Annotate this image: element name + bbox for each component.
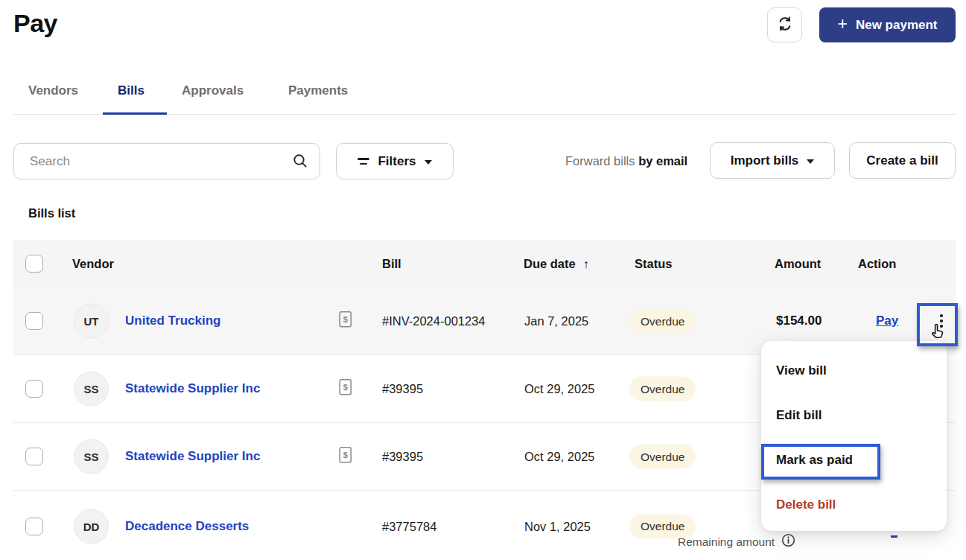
vendor-avatar: SS xyxy=(74,372,109,407)
tab-approvals[interactable]: Approvals xyxy=(182,83,244,98)
plus-icon: + xyxy=(837,16,847,33)
filters-button[interactable]: Filters xyxy=(336,143,454,179)
column-header-status: Status xyxy=(635,257,672,271)
row-checkbox[interactable] xyxy=(25,312,43,330)
filters-label: Filters xyxy=(378,154,416,169)
column-header-bill: Bill xyxy=(382,257,401,271)
forward-bills-prefix: Forward bills xyxy=(565,154,635,168)
chevron-down-icon xyxy=(425,160,432,165)
page-title: Pay xyxy=(13,9,57,38)
create-bill-label: Create a bill xyxy=(866,153,938,168)
row-checkbox[interactable] xyxy=(25,518,43,535)
sort-ascending-icon: ↑ xyxy=(583,258,589,270)
bill-number: #39395 xyxy=(382,382,423,396)
status-badge: Overdue xyxy=(629,445,696,469)
svg-text:$: $ xyxy=(343,315,348,324)
search-input[interactable] xyxy=(13,143,320,179)
column-header-vendor: Vendor xyxy=(72,257,114,271)
filter-icon xyxy=(358,158,369,165)
tab-vendors[interactable]: Vendors xyxy=(28,83,78,98)
bill-number: #39395 xyxy=(382,450,423,464)
vendor-name-link[interactable]: Statewide Supplier Inc xyxy=(125,381,260,396)
select-all-checkbox[interactable] xyxy=(25,255,43,273)
vendor-name-link[interactable]: Decadence Desserts xyxy=(125,519,249,534)
tab-payments[interactable]: Payments xyxy=(288,83,348,98)
column-header-amount: Amount xyxy=(775,257,821,271)
vendor-name-link[interactable]: Statewide Supplier Inc xyxy=(125,449,260,464)
column-header-action: Action xyxy=(858,257,896,271)
new-payment-label: New payment xyxy=(856,18,938,33)
hidden-pay-link-fragment xyxy=(891,535,897,538)
row-checkbox[interactable] xyxy=(25,448,43,465)
row-checkbox[interactable] xyxy=(25,380,43,398)
bills-list-title: Bills list xyxy=(28,206,75,220)
remaining-amount-label: Remaining amount xyxy=(678,535,775,549)
pay-link[interactable]: Pay xyxy=(876,314,898,328)
menu-item-mark-as-paid[interactable]: Mark as paid xyxy=(761,438,947,483)
pay-page: Pay + New payment Vendors Bills Approval… xyxy=(0,0,966,560)
bill-number: #3775784 xyxy=(382,519,436,533)
tab-bills[interactable]: Bills xyxy=(118,83,144,98)
menu-item-edit-bill[interactable]: Edit bill xyxy=(761,393,947,438)
bill-number: #INV-2024-001234 xyxy=(382,314,486,328)
search-icon xyxy=(292,153,308,172)
bill-document-icon: $ xyxy=(339,379,352,399)
hand-cursor-icon xyxy=(930,322,947,344)
vendor-name-link[interactable]: United Trucking xyxy=(125,314,220,328)
due-date: Jan 7, 2025 xyxy=(524,314,588,328)
menu-item-view-bill[interactable]: View bill xyxy=(761,349,947,393)
refresh-icon xyxy=(776,15,794,35)
menu-item-delete-bill[interactable]: Delete bill xyxy=(761,483,947,527)
refresh-button[interactable] xyxy=(767,7,802,42)
due-date: Oct 29, 2025 xyxy=(524,382,594,396)
status-badge: Overdue xyxy=(629,377,696,401)
bill-document-icon: $ xyxy=(339,311,352,331)
new-payment-button[interactable]: + New payment xyxy=(819,7,956,42)
forward-bills-note: Forward bills by email xyxy=(565,154,687,168)
vendor-avatar: DD xyxy=(74,509,109,544)
svg-text:$: $ xyxy=(343,383,348,392)
bill-document-icon: $ xyxy=(339,447,352,467)
due-date: Nov 1, 2025 xyxy=(524,519,591,533)
import-bills-button[interactable]: Import bills xyxy=(710,142,835,179)
active-tab-underline xyxy=(103,112,167,115)
search-box xyxy=(13,143,320,179)
vendor-avatar: UT xyxy=(74,304,109,339)
info-icon[interactable] xyxy=(781,533,795,550)
due-date-label: Due date xyxy=(524,257,576,270)
vendor-avatar: SS xyxy=(74,439,109,474)
forward-bills-email-link[interactable]: by email xyxy=(638,154,687,168)
status-badge: Overdue xyxy=(629,309,696,334)
import-bills-label: Import bills xyxy=(731,153,799,168)
create-bill-button[interactable]: Create a bill xyxy=(849,142,956,179)
chevron-down-icon xyxy=(807,159,814,164)
bill-amount: $154.00 xyxy=(776,314,822,328)
column-header-due-date[interactable]: Due date↑ xyxy=(524,257,589,271)
row-actions-menu: View bill Edit bill Mark as paid Delete … xyxy=(761,341,947,531)
remaining-amount-tooltip: Remaining amount xyxy=(678,533,795,550)
svg-text:$: $ xyxy=(343,451,348,459)
due-date: Oct 29, 2025 xyxy=(524,450,594,464)
table-header-row: Vendor Bill Due date↑ Status Amount Acti… xyxy=(13,240,956,287)
